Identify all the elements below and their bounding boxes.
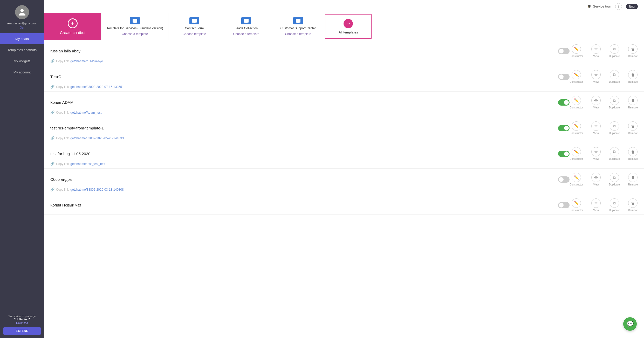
table-row: test rus-empty-from-template-1 ✏️ Constr…	[44, 117, 644, 143]
template-card-services[interactable]: Template for Services (Standard version)…	[101, 13, 168, 40]
view-button[interactable]: 👁 View	[591, 173, 601, 186]
view-button[interactable]: 👁 View	[591, 198, 601, 212]
template-card-support[interactable]: Customer Support Center Choose a templat…	[272, 13, 324, 40]
duplicate-button[interactable]: ⧉ Duplicate	[609, 147, 620, 160]
chat-toggle-1[interactable]	[558, 48, 570, 54]
remove-button[interactable]: 🗑 Remove	[628, 70, 638, 83]
sidebar-subscribe: Subscribe to package "Unlimited" Unlimit…	[0, 310, 44, 338]
template-leads-link[interactable]: Choose a template	[233, 32, 259, 36]
chat-toggle-2[interactable]	[558, 74, 570, 80]
chat-link: 🔗 Copy link getchat.me/33802-2020-03-13-…	[50, 188, 638, 191]
template-services-link[interactable]: Choose a template	[122, 32, 148, 36]
constructor-button[interactable]: ✏️ Constructor	[570, 121, 583, 135]
remove-button[interactable]: 🗑 Remove	[628, 173, 638, 186]
chat-toggle-6[interactable]	[558, 176, 570, 183]
copy-link-label[interactable]: Copy link	[56, 188, 69, 191]
pencil-icon: ✏️	[572, 147, 581, 156]
view-button[interactable]: 👁 View	[591, 121, 601, 135]
duplicate-button[interactable]: ⧉ Duplicate	[609, 198, 620, 212]
template-contact-link[interactable]: Choose template	[183, 32, 206, 36]
constructor-button[interactable]: ✏️ Constructor	[570, 96, 583, 109]
constructor-button[interactable]: ✏️ Constructor	[570, 173, 583, 186]
template-card-leads[interactable]: Leads Collection Choose a template	[220, 13, 272, 40]
create-chatbot-card[interactable]: + Create chatbot	[44, 13, 101, 40]
chat-row-top: Копия ADAM ✏️ Constructor 👁 View	[50, 96, 638, 109]
trash-icon: 🗑	[628, 173, 638, 182]
chat-name: test rus-empty-from-template-1	[50, 126, 552, 130]
remove-button[interactable]: 🗑 Remove	[628, 198, 638, 212]
chat-list: russian lalla abay ✏️ Constructor 👁 View	[44, 40, 644, 338]
package-name: "Unlimited"	[3, 318, 41, 321]
copy-link-label[interactable]: Copy link	[56, 59, 69, 63]
chat-toggle-7[interactable]	[558, 202, 570, 208]
chat-url[interactable]: getchat.me/test_test_test	[70, 162, 105, 166]
sidebar-item-my-account[interactable]: My account	[0, 67, 44, 78]
templates-row: + Create chatbot Template for Services (…	[44, 13, 644, 40]
remove-button[interactable]: 🗑 Remove	[628, 44, 638, 58]
table-row: russian lalla abay ✏️ Constructor 👁 View	[44, 40, 644, 66]
view-button[interactable]: 👁 View	[591, 147, 601, 160]
chat-row-top: ТестО ✏️ Constructor 👁 View	[50, 70, 638, 83]
chat-icon-services	[130, 17, 140, 24]
view-button[interactable]: 👁 View	[591, 44, 601, 58]
constructor-button[interactable]: ✏️ Constructor	[570, 147, 583, 160]
pencil-icon: ✏️	[572, 121, 581, 131]
remove-button[interactable]: 🗑 Remove	[628, 96, 638, 109]
copy-link-label[interactable]: Copy link	[56, 136, 69, 140]
view-button[interactable]: 👁 View	[591, 70, 601, 83]
graduation-icon: 🎓	[587, 4, 591, 8]
chat-actions: ✏️ Constructor 👁 View ⧉ Duplicate 🗑 Remo…	[570, 147, 638, 160]
chat-actions: ✏️ Constructor 👁 View ⧉ Duplicate 🗑 Remo…	[570, 173, 638, 186]
chat-actions: ✏️ Constructor 👁 View ⧉ Duplicate 🗑 Remo…	[570, 96, 638, 109]
chat-url[interactable]: getchat.me/33802-2020-03-13-140808	[70, 188, 124, 191]
create-chatbot-label: Create chatbot	[60, 30, 85, 35]
duplicate-icon: ⧉	[610, 147, 619, 156]
chat-url[interactable]: getchat.me/Adam_test	[70, 111, 101, 114]
sidebar-item-templates-chatbots[interactable]: Templates chatbots	[0, 44, 44, 56]
all-templates-card[interactable]: → All templates	[325, 14, 372, 39]
package-sub: Unlimited	[3, 321, 41, 325]
sidebar-out-link[interactable]: Out	[20, 26, 24, 29]
duplicate-button[interactable]: ⧉ Duplicate	[609, 173, 620, 186]
chat-icon-contact	[189, 17, 199, 24]
duplicate-button[interactable]: ⧉ Duplicate	[609, 44, 620, 58]
duplicate-button[interactable]: ⧉ Duplicate	[609, 121, 620, 135]
chat-toggle-3[interactable]	[558, 99, 570, 106]
template-support-link[interactable]: Choose a template	[285, 32, 311, 36]
copy-link-label[interactable]: Copy link	[56, 162, 69, 166]
extend-button[interactable]: EXTEND	[3, 327, 41, 335]
sidebar-item-my-widgets[interactable]: My widgets	[0, 56, 44, 67]
chat-name: Сбор лидов	[50, 177, 552, 182]
chat-actions: ✏️ Constructor 👁 View ⧉ Duplicate 🗑 Remo…	[570, 44, 638, 58]
sidebar: seer.dastan@gmail.com Out My chats Templ…	[0, 0, 44, 338]
lang-button[interactable]: Eng	[626, 4, 638, 9]
sidebar-item-my-chats[interactable]: My chats	[0, 33, 44, 44]
template-support-title: Customer Support Center	[280, 26, 316, 30]
chat-actions: ✏️ Constructor 👁 View ⧉ Duplicate 🗑 Remo…	[570, 121, 638, 135]
duplicate-icon: ⧉	[610, 198, 619, 208]
eye-icon: 👁	[591, 96, 601, 105]
remove-button[interactable]: 🗑 Remove	[628, 121, 638, 135]
template-card-contact[interactable]: Contact Form Choose template	[168, 13, 220, 40]
chat-url[interactable]: getchat.me/33802-2020-07-16-133651	[70, 85, 124, 89]
duplicate-button[interactable]: ⧉ Duplicate	[609, 96, 620, 109]
chat-toggle-4[interactable]	[558, 125, 570, 131]
template-leads-title: Leads Collection	[235, 26, 258, 30]
service-tour-link[interactable]: 🎓 Service tour	[587, 4, 611, 8]
chat-url[interactable]: getchat.me/33802-2020-05-20-141633	[70, 136, 124, 140]
chat-url[interactable]: getchat.me/rus-lola-bye	[70, 59, 103, 63]
copy-link-label[interactable]: Copy link	[56, 85, 69, 89]
float-action-button[interactable]: 💬	[623, 317, 637, 331]
chat-row-top: test for bug 11.05.2020 ✏️ Constructor 👁…	[50, 147, 638, 160]
all-templates-label: All templates	[339, 30, 358, 34]
copy-link-label[interactable]: Copy link	[56, 111, 69, 114]
remove-button[interactable]: 🗑 Remove	[628, 147, 638, 160]
avatar	[15, 5, 29, 19]
constructor-button[interactable]: ✏️ Constructor	[570, 44, 583, 58]
chat-toggle-5[interactable]	[558, 151, 570, 157]
help-button[interactable]: ?	[615, 3, 622, 10]
view-button[interactable]: 👁 View	[591, 96, 601, 109]
constructor-button[interactable]: ✏️ Constructor	[570, 198, 583, 212]
duplicate-button[interactable]: ⧉ Duplicate	[609, 70, 620, 83]
constructor-button[interactable]: ✏️ Constructor	[570, 70, 583, 83]
